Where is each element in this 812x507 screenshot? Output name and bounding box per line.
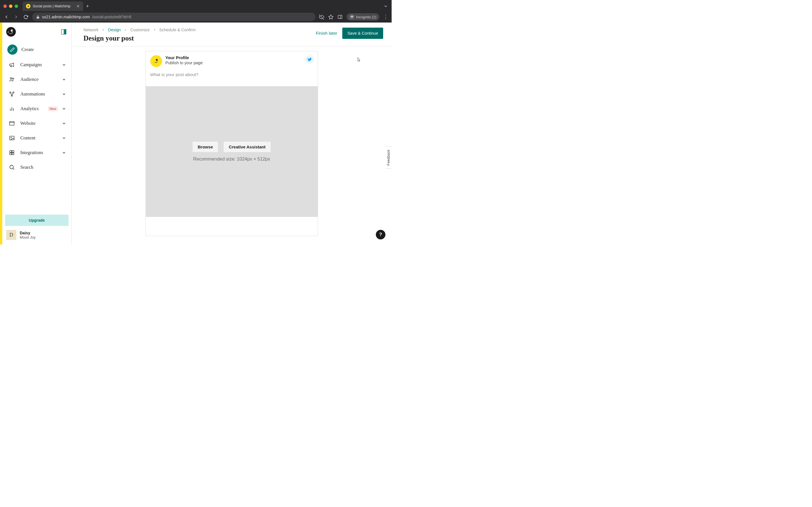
- svg-rect-21: [10, 153, 11, 155]
- svg-point-26: [156, 59, 158, 61]
- lock-icon: [36, 15, 40, 19]
- svg-point-4: [6, 27, 16, 37]
- crumb-schedule[interactable]: Schedule & Confirm: [159, 27, 196, 32]
- browser-tab[interactable]: ✦ Social posts | Mailchimp ✕: [22, 1, 83, 11]
- sidebar-item-campaigns[interactable]: Campaigns: [4, 57, 69, 72]
- sidebar-item-automations[interactable]: Automations: [4, 87, 69, 101]
- svg-point-27: [157, 59, 157, 60]
- browser-chrome: ✦ Social posts | Mailchimp ✕ + us21.admi…: [0, 0, 392, 22]
- sidebar-nav: Create Campaigns Audience: [2, 40, 71, 175]
- media-dropzone[interactable]: Browse Creative Assistant Recommended si…: [146, 86, 318, 217]
- upgrade-button[interactable]: Upgrade: [5, 215, 68, 226]
- svg-point-10: [13, 92, 14, 93]
- chevron-down-icon: [62, 62, 66, 67]
- sidebar-item-integrations[interactable]: Integrations: [4, 145, 69, 160]
- sidebar-item-label: Campaigns: [20, 62, 58, 68]
- bookmark-star-icon[interactable]: [328, 14, 334, 20]
- save-continue-button[interactable]: Save & Continue: [342, 27, 383, 39]
- sidebar-collapse-toggle[interactable]: [61, 29, 66, 34]
- app-root: Create Campaigns Audience: [0, 22, 392, 244]
- chevron-down-icon: [62, 121, 66, 126]
- sidebar-item-search[interactable]: Search: [4, 160, 69, 175]
- bars-icon: [7, 104, 16, 113]
- sidebar-item-analytics[interactable]: Analytics New: [4, 101, 69, 116]
- finish-later-link[interactable]: Finish later: [316, 31, 337, 36]
- chevron-right-icon: [124, 29, 127, 31]
- brand-strip: [0, 22, 2, 244]
- incognito-badge[interactable]: Incognito (2): [347, 13, 379, 20]
- new-badge: New: [48, 107, 58, 111]
- post-text-input[interactable]: [146, 70, 318, 86]
- sidebar-item-label: Analytics: [20, 106, 44, 112]
- feedback-tab[interactable]: Feedback: [386, 147, 392, 169]
- profile-name: Your Profile: [165, 55, 203, 60]
- maximize-window-icon[interactable]: [15, 4, 18, 8]
- address-bar[interactable]: us21.admin.mailchimp.com/social-posts/ed…: [32, 13, 315, 21]
- sidebar-item-label: Search: [20, 165, 66, 170]
- eye-off-icon[interactable]: [319, 14, 324, 20]
- crumb-network[interactable]: Network: [84, 27, 98, 32]
- browse-button[interactable]: Browse: [192, 142, 218, 152]
- svg-line-24: [13, 168, 14, 170]
- minimize-window-icon[interactable]: [9, 4, 12, 8]
- chevron-down-icon: [62, 136, 66, 140]
- chevron-down-icon: [62, 107, 66, 111]
- svg-point-8: [12, 78, 14, 79]
- mailchimp-logo-icon[interactable]: [6, 26, 16, 37]
- close-window-icon[interactable]: [3, 4, 7, 8]
- window-icon: [7, 119, 16, 128]
- user-menu[interactable]: D Daisy Mood Joy: [5, 226, 68, 241]
- window-controls: [3, 4, 18, 8]
- crumb-customize[interactable]: Customize: [130, 27, 150, 32]
- svg-point-5: [11, 29, 13, 32]
- svg-point-25: [152, 57, 160, 65]
- address-bar-row: us21.admin.mailchimp.com/social-posts/ed…: [0, 11, 392, 22]
- favicon-icon: ✦: [26, 4, 31, 8]
- profile-sub: Publish to your page: [165, 61, 203, 65]
- svg-point-18: [11, 137, 11, 138]
- sidebar-item-content[interactable]: Content: [4, 131, 69, 145]
- creative-assistant-button[interactable]: Creative Assistant: [223, 142, 271, 152]
- svg-rect-2: [338, 15, 342, 18]
- browser-menu-icon[interactable]: ⋮: [383, 14, 388, 20]
- breadcrumb: Network Design Customize Schedule & Conf…: [84, 27, 196, 32]
- sidebar-item-audience[interactable]: Audience: [4, 72, 69, 87]
- twitter-icon: [305, 55, 314, 64]
- size-hint: Recommended size: 1024px × 512px: [193, 156, 270, 162]
- sidebar-item-label: Website: [20, 121, 58, 126]
- reload-button[interactable]: [22, 15, 29, 19]
- main-content: Network Design Customize Schedule & Conf…: [71, 22, 392, 244]
- sidebar-item-label: Automations: [20, 91, 58, 97]
- search-icon: [7, 163, 16, 172]
- crumb-design[interactable]: Design: [108, 27, 121, 32]
- svg-point-9: [10, 92, 11, 93]
- sidebar-item-label: Content: [20, 135, 58, 141]
- svg-rect-20: [12, 151, 14, 152]
- image-icon: [7, 133, 16, 143]
- sidebar-item-create[interactable]: Create: [4, 42, 69, 57]
- close-tab-icon[interactable]: ✕: [77, 4, 80, 8]
- user-name: Daisy: [20, 231, 36, 235]
- chevron-down-icon: [62, 77, 66, 82]
- back-button[interactable]: [3, 14, 10, 19]
- people-icon: [7, 75, 16, 84]
- svg-rect-22: [12, 153, 14, 155]
- panel-icon[interactable]: [338, 14, 343, 19]
- chevron-right-icon: [153, 29, 156, 31]
- tab-title: Social posts | Mailchimp: [33, 4, 74, 8]
- svg-point-23: [10, 165, 13, 169]
- tab-bar: ✦ Social posts | Mailchimp ✕ +: [0, 0, 392, 11]
- expand-tabs-icon[interactable]: [383, 4, 388, 9]
- sidebar-item-website[interactable]: Website: [4, 116, 69, 131]
- svg-point-6: [12, 30, 12, 31]
- chevron-down-icon: [62, 151, 66, 155]
- url-path: /social-posts/edit?id=8: [92, 15, 132, 19]
- avatar: D: [6, 230, 16, 240]
- forward-button[interactable]: [13, 14, 19, 19]
- chevron-right-icon: [102, 29, 105, 31]
- page-header: Network Design Customize Schedule & Conf…: [71, 22, 392, 47]
- new-tab-button[interactable]: +: [86, 3, 89, 9]
- pencil-icon: [7, 45, 17, 55]
- sidebar: Create Campaigns Audience: [2, 22, 71, 244]
- help-button[interactable]: ?: [376, 230, 386, 239]
